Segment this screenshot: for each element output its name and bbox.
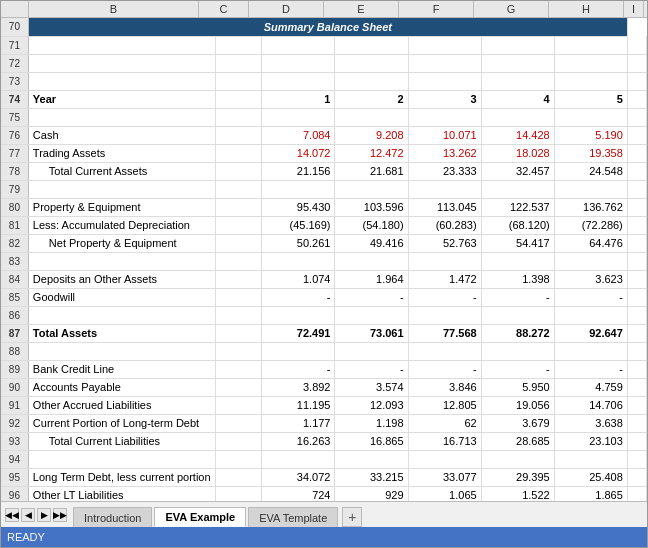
data-grid: 70 Summary Balance Sheet 71 72 (1, 18, 647, 501)
table-row: 72 (1, 54, 647, 72)
col-header-g: G (474, 1, 549, 17)
table-row: 88 (1, 342, 647, 360)
table-row: 70 Summary Balance Sheet (1, 18, 647, 36)
table-row: 79 (1, 180, 647, 198)
col-header-h: H (549, 1, 624, 17)
table-row: 75 (1, 108, 647, 126)
table-row: 82 Net Property & Equipment 50.261 49.41… (1, 234, 647, 252)
tab-first-arrow[interactable]: ◀◀ (5, 508, 19, 522)
row-num: 70 (1, 18, 28, 36)
sheet-tabs: Introduction EVA Example EVA Template + (73, 502, 362, 527)
table-row: 94 (1, 450, 647, 468)
tab-eva-example[interactable]: EVA Example (154, 507, 246, 527)
col-header-a (1, 1, 29, 17)
table-row: 96 Other LT Liabilities 724 929 1.065 1.… (1, 486, 647, 501)
col-header-e: E (324, 1, 399, 17)
grid-area: 70 Summary Balance Sheet 71 72 (1, 18, 647, 501)
tab-navigation: ◀◀ ◀ ▶ ▶▶ (5, 508, 67, 522)
tab-last-arrow[interactable]: ▶▶ (53, 508, 67, 522)
spreadsheet-container: B C D E F G H I (0, 0, 648, 548)
tab-introduction[interactable]: Introduction (73, 507, 152, 527)
table-row: 90 Accounts Payable 3.892 3.574 3.846 5.… (1, 378, 647, 396)
add-tab-button[interactable]: + (342, 507, 362, 527)
tab-prev-arrow[interactable]: ◀ (21, 508, 35, 522)
table-row: 89 Bank Credit Line - - - - - (1, 360, 647, 378)
table-row: 93 Total Current Liabilities 16.263 16.8… (1, 432, 647, 450)
table-row: 81 Less: Accumulated Depreciation (45.16… (1, 216, 647, 234)
table-row: 92 Current Portion of Long-term Debt 1.1… (1, 414, 647, 432)
year-label: Year (28, 90, 215, 108)
sheet-title: Summary Balance Sheet (28, 18, 627, 36)
table-row: 95 Long Term Debt, less current portion … (1, 468, 647, 486)
table-row: 74 Year 1 2 3 4 5 (1, 90, 647, 108)
col-header-d: D (249, 1, 324, 17)
table-row: 83 (1, 252, 647, 270)
table-row: 71 (1, 36, 647, 54)
tab-eva-template[interactable]: EVA Template (248, 507, 338, 527)
status-bar: READY (1, 527, 647, 547)
column-headers: B C D E F G H I (1, 1, 647, 18)
table-row: 77 Trading Assets 14.072 12.472 13.262 1… (1, 144, 647, 162)
table-row: 91 Other Accrued Liabilities 11.195 12.0… (1, 396, 647, 414)
table-row: 86 (1, 306, 647, 324)
status-text: READY (7, 531, 45, 543)
tab-next-arrow[interactable]: ▶ (37, 508, 51, 522)
col-header-c: C (199, 1, 249, 17)
tab-bar: ◀◀ ◀ ▶ ▶▶ Introduction EVA Example EVA T… (1, 501, 647, 527)
table-row: 78 Total Current Assets 21.156 21.681 23… (1, 162, 647, 180)
table-row: 87 Total Assets 72.491 73.061 77.568 88.… (1, 324, 647, 342)
table-row: 76 Cash 7.084 9.208 10.071 14.428 5.190 (1, 126, 647, 144)
col-header-i: I (624, 1, 644, 17)
table-row: 84 Deposits an Other Assets 1.074 1.964 … (1, 270, 647, 288)
table-row: 80 Property & Equipment 95.430 103.596 1… (1, 198, 647, 216)
table-row: 73 (1, 72, 647, 90)
table-row: 85 Goodwill - - - - - (1, 288, 647, 306)
col-header-b: B (29, 1, 199, 17)
col-header-f: F (399, 1, 474, 17)
spreadsheet-body: 70 Summary Balance Sheet 71 72 (1, 18, 647, 501)
